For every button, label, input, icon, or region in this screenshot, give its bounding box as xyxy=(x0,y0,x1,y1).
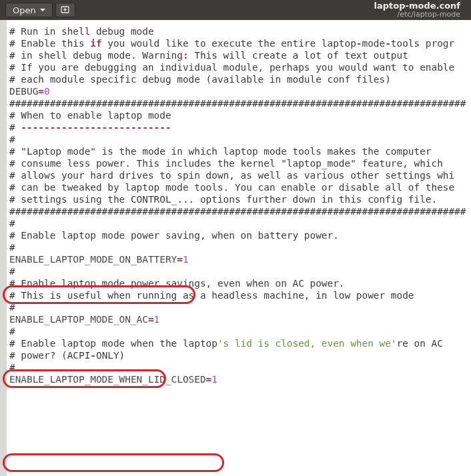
code-line[interactable]: # xyxy=(9,241,471,253)
highlight-box xyxy=(3,453,224,472)
open-button[interactable]: Open xyxy=(5,3,53,17)
code-line[interactable]: # xyxy=(9,325,471,337)
headerbar-left: Open xyxy=(0,3,75,17)
headerbar-title: laptop-mode.conf /etc/laptop-mode xyxy=(75,1,471,19)
open-button-label: Open xyxy=(13,5,36,15)
code-line[interactable]: # power? (ACPI-ONLY) xyxy=(9,349,471,361)
code-line[interactable]: # xyxy=(9,217,471,229)
editor-gutter xyxy=(0,20,7,476)
code-line[interactable]: # This is useful when running as a headl… xyxy=(9,289,471,301)
code-line[interactable]: # When to enable laptop mode xyxy=(9,109,471,121)
code-content[interactable]: # Run in shell debug mode# Enable this i… xyxy=(9,25,471,385)
code-line[interactable]: # Enable this if you would like to execu… xyxy=(9,37,471,49)
headerbar: Open laptop-mode.conf /etc/laptop-mode xyxy=(0,0,471,20)
chevron-down-icon xyxy=(40,9,45,11)
code-line[interactable]: # in shell debug mode. Warning: This wil… xyxy=(9,49,471,61)
new-tab-button[interactable] xyxy=(55,3,75,17)
code-line[interactable]: ENABLE_LAPTOP_MODE_ON_AC=1 xyxy=(9,313,471,325)
file-path: /etc/laptop-mode xyxy=(75,11,460,19)
code-line[interactable]: # Enable laptop mode when the laptop's l… xyxy=(9,337,471,349)
code-line[interactable]: ########################################… xyxy=(9,97,471,109)
code-line[interactable]: # If you are debugging an individual mod… xyxy=(9,61,471,73)
code-line[interactable]: # "Laptop mode" is the mode in which lap… xyxy=(9,145,471,157)
code-line[interactable]: ########################################… xyxy=(9,205,471,217)
code-line[interactable]: # xyxy=(9,265,471,277)
code-line[interactable]: # allows your hard drives to spin down, … xyxy=(9,169,471,181)
code-line[interactable]: # xyxy=(9,361,471,373)
code-line[interactable]: ENABLE_LAPTOP_MODE_WHEN_LID_CLOSED=1 xyxy=(9,373,471,385)
new-tab-icon xyxy=(60,5,71,15)
code-line[interactable]: # xyxy=(9,133,471,145)
code-line[interactable]: DEBUG=0 xyxy=(9,85,471,97)
code-line[interactable]: # xyxy=(9,301,471,313)
file-name: laptop-mode.conf xyxy=(75,1,460,11)
code-line[interactable]: ENABLE_LAPTOP_MODE_ON_BATTERY=1 xyxy=(9,253,471,265)
code-line[interactable]: # -------------------------- xyxy=(9,121,471,133)
code-line[interactable]: # consume less power. This includes the … xyxy=(9,157,471,169)
editor-area[interactable]: # Run in shell debug mode# Enable this i… xyxy=(0,20,471,476)
code-line[interactable]: # Enable laptop mode power savings, even… xyxy=(9,277,471,289)
code-line[interactable]: # can be tweaked by laptop mode tools. Y… xyxy=(9,181,471,193)
code-line[interactable]: # each module specific debug mode (avail… xyxy=(9,73,471,85)
code-line[interactable]: # Enable laptop mode power saving, when … xyxy=(9,229,471,241)
code-line[interactable]: # Run in shell debug mode xyxy=(9,25,471,37)
code-line[interactable]: # settings using the CONTROL_... options… xyxy=(9,193,471,205)
